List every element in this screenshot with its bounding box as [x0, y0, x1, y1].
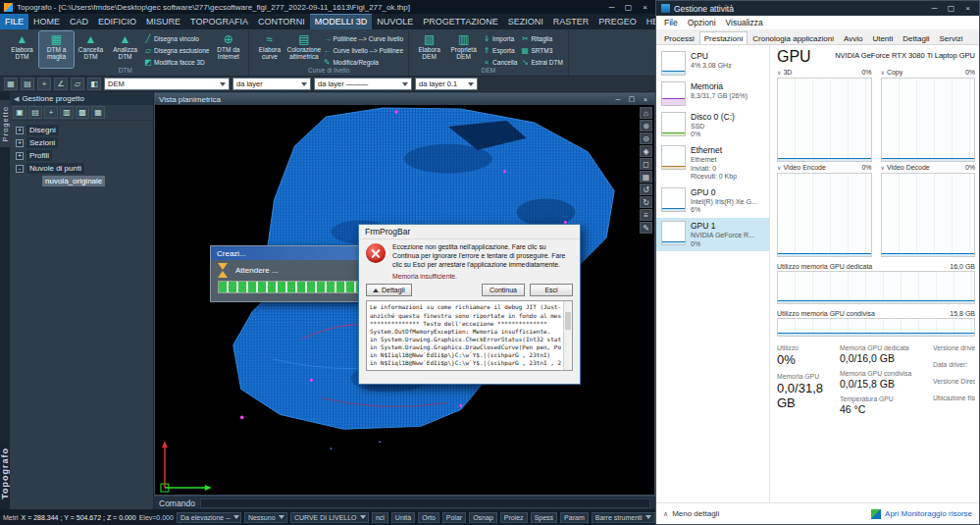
ribbon-button[interactable]: ≈Elabora curve — [252, 31, 286, 68]
error-dialog-title[interactable]: FrmProgBar — [359, 225, 580, 239]
sidebar-item[interactable]: GPU 0 Intel(R) Iris(R) Xe G... 6% — [656, 184, 769, 218]
panel-tool-icon[interactable]: ▤ — [28, 106, 42, 119]
tree-expander-icon[interactable]: + — [16, 127, 24, 134]
viewport-close-icon[interactable]: × — [641, 96, 650, 103]
ribbon-small-button[interactable]: ⇑Esporta — [481, 45, 519, 56]
scrollbar-thumb[interactable] — [565, 312, 571, 330]
layer-combo[interactable]: da layer — [232, 78, 311, 90]
sidebar-item[interactable]: CPU 4% 3,08 GHz — [656, 48, 769, 79]
ribbon-button[interactable]: ▦DTM a maglia — [39, 31, 74, 68]
menu-item[interactable]: PREGEO — [593, 14, 642, 29]
open-resource-monitor-link[interactable]: Apri Monitoraggio risorse — [871, 509, 972, 519]
tree-item[interactable]: + Sezioni — [10, 136, 153, 149]
command-input[interactable] — [200, 499, 650, 508]
collapse-panel-icon[interactable]: ◀ — [14, 95, 19, 103]
tree-expander-icon[interactable]: + — [16, 139, 24, 147]
ribbon-button[interactable]: ▥Proprietà DEM — [446, 31, 481, 68]
status-toggle[interactable]: Unità — [391, 512, 415, 523]
toolbar-icon[interactable]: ◧ — [87, 78, 101, 90]
tree-item[interactable]: + Profili — [10, 149, 153, 162]
menu-item[interactable]: File — [659, 18, 683, 27]
chevron-down-icon[interactable]: ∨ — [777, 69, 781, 76]
panel-tool-icon[interactable]: ▥ — [60, 106, 74, 119]
viewport-tool-icon[interactable]: ▦ — [640, 171, 652, 183]
status-toggle[interactable]: Polar — [442, 512, 466, 523]
ribbon-button[interactable]: ▲Analizza DTM — [108, 31, 142, 68]
menu-item[interactable]: HOME — [28, 14, 65, 29]
layer-combo[interactable]: da layer ——— — [314, 78, 412, 90]
continue-button[interactable]: Continua — [482, 284, 525, 296]
tab[interactable]: Prestazioni — [699, 31, 748, 44]
status-toggle[interactable]: Spess — [531, 512, 557, 523]
status-toggle[interactable]: Orto — [418, 512, 439, 523]
viewport-tool-icon[interactable]: ↻ — [640, 196, 652, 208]
viewport-tool-icon[interactable]: ⊕ — [640, 120, 652, 131]
viewport-tool-icon[interactable]: ◻ — [640, 158, 652, 170]
menu-item[interactable]: MODELLI 3D — [310, 14, 373, 29]
ribbon-small-button[interactable]: →Polilinee --> Curve livello — [321, 33, 405, 44]
maximize-icon[interactable]: ▢ — [622, 3, 635, 12]
layer-combo[interactable]: DEM — [104, 78, 230, 90]
toolbar-icon[interactable]: + — [37, 78, 51, 90]
minimize-icon[interactable]: ─ — [605, 3, 618, 12]
status-toggle[interactable]: ncl — [372, 512, 388, 523]
viewport-tool-icon[interactable]: ⊖ — [640, 132, 652, 144]
sidebar-item[interactable]: Disco 0 (C:) SSD 0% — [656, 109, 769, 142]
tab-progetto[interactable]: Progetto — [0, 100, 10, 147]
ribbon-button[interactable]: ▤Colorazione altimetrica — [286, 31, 321, 68]
tab[interactable]: Dettagli — [898, 31, 934, 44]
status-combo[interactable]: Da elevazione -- — [177, 512, 241, 523]
sidebar-item[interactable]: GPU 1 NVIDIA GeForce R... 0% — [656, 218, 769, 251]
tree-expander-icon[interactable]: - — [16, 165, 24, 173]
viewport-tool-icon[interactable]: ✎ — [640, 222, 652, 234]
details-button[interactable]: Dettagli — [366, 284, 412, 296]
status-combo[interactable]: CURVE DI LIVELLO — [290, 512, 369, 523]
menu-item[interactable]: Opzioni — [683, 18, 721, 27]
menu-item[interactable]: CONTORNI — [253, 14, 310, 29]
tab[interactable]: Utenti — [867, 31, 898, 44]
toolbars-combo[interactable]: Barre strumenti — [592, 512, 655, 523]
ribbon-small-button[interactable]: ✂Ritaglia — [519, 33, 565, 44]
maximize-icon[interactable]: ▢ — [945, 4, 957, 13]
menu-item[interactable]: EDIFICIO — [93, 14, 141, 29]
tab[interactable]: Cronologia applicazioni — [748, 31, 839, 44]
viewport-tool-icon[interactable]: ↺ — [640, 184, 652, 195]
status-combo[interactable]: Nessuno — [244, 512, 287, 523]
close-icon[interactable]: × — [961, 4, 974, 13]
tree-item[interactable]: - Nuvole di punti — [10, 162, 153, 175]
status-toggle[interactable]: Param — [560, 512, 589, 523]
panel-tool-icon[interactable]: ▩ — [76, 106, 89, 119]
close-icon[interactable]: × — [639, 3, 651, 12]
viewport-maximize-icon[interactable]: ▢ — [627, 95, 637, 103]
toolbar-icon[interactable]: ∠ — [54, 78, 68, 90]
viewport-minimize-icon[interactable]: ─ — [613, 96, 623, 103]
panel-tool-icon[interactable]: ▣ — [13, 106, 26, 119]
tab[interactable]: Processi — [659, 31, 699, 44]
ribbon-small-button[interactable]: ▱Disegna esclusione — [142, 45, 211, 56]
panel-tool-icon[interactable]: + — [44, 106, 58, 119]
tab[interactable]: Servizi — [934, 31, 967, 44]
menu-item[interactable]: MISURE — [141, 14, 185, 29]
tree-item[interactable]: nuvola_originale — [10, 175, 153, 187]
chevron-down-icon[interactable]: ∨ — [881, 164, 885, 171]
menu-item[interactable]: HELP — [642, 14, 655, 29]
chevron-down-icon[interactable]: ∨ — [777, 164, 781, 171]
chevron-down-icon[interactable]: ∨ — [881, 69, 885, 76]
menu-item[interactable]: SEZIONI — [503, 14, 548, 29]
status-toggle[interactable]: Proiez — [500, 512, 528, 523]
menu-item[interactable]: FILE — [0, 14, 28, 29]
less-details-button[interactable]: ∧ Meno dettagli — [663, 509, 719, 518]
details-scrollbar[interactable] — [563, 301, 572, 370]
tree-expander-icon[interactable]: + — [16, 152, 24, 160]
layer-combo[interactable]: da layer 0.1 — [415, 78, 478, 90]
status-toggle[interactable]: Osnap — [469, 512, 497, 523]
sidebar-item[interactable]: Ethernet Ethernet Inviati: 0 Ricevuti: 0… — [656, 142, 769, 184]
ribbon-small-button[interactable]: ⇓Importa — [481, 33, 519, 44]
toolbar-icon[interactable]: ▱ — [71, 78, 84, 90]
ribbon-button[interactable]: ▧Elabora DEM — [412, 31, 446, 68]
viewport-tool-icon[interactable]: ≡ — [640, 209, 652, 221]
minimize-icon[interactable]: ─ — [928, 4, 941, 13]
tree-item[interactable]: + Disegni — [10, 124, 153, 136]
menu-item[interactable]: TOPOGRAFIA — [185, 14, 253, 29]
toolbar-icon[interactable]: ▦ — [4, 78, 18, 90]
